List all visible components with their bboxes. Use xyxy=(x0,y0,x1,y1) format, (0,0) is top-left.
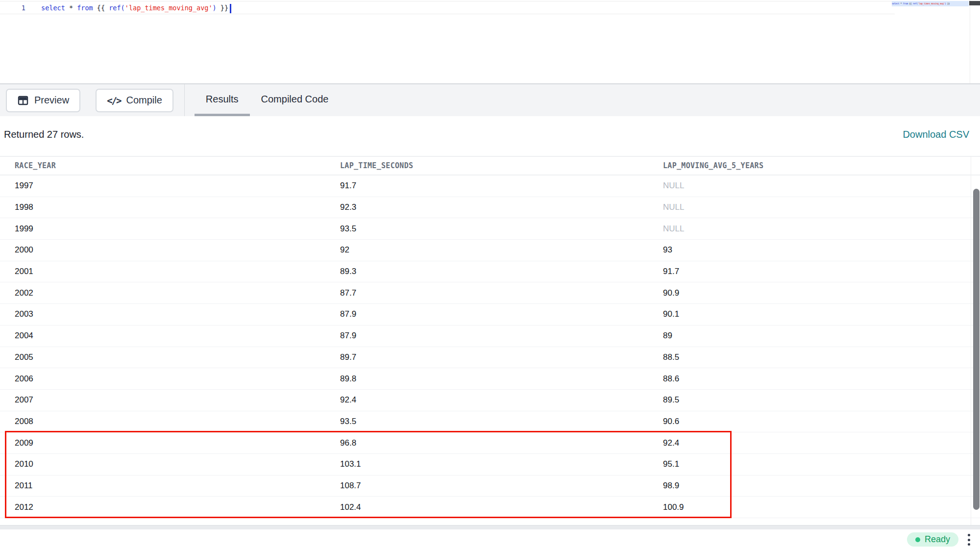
table-row: 2011 108.7 98.9 xyxy=(0,476,980,497)
results-table: RACE_YEAR LAP_TIME_SECONDS LAP_MOVING_AV… xyxy=(0,156,980,518)
ready-status-badge[interactable]: Ready xyxy=(907,532,958,547)
editor-minimap[interactable]: select * from {{ ref('lap_times_moving_a… xyxy=(892,1,969,6)
cell-lap-moving-avg: NULL xyxy=(663,224,980,234)
cell-race-year: 2000 xyxy=(0,245,340,255)
cell-race-year: 2007 xyxy=(0,395,340,405)
editor-right-border xyxy=(970,0,970,83)
cell-lap-moving-avg: 98.9 xyxy=(663,481,980,491)
text-cursor xyxy=(230,4,231,13)
download-csv-link[interactable]: Download CSV xyxy=(903,129,969,140)
cell-lap-time-seconds: 89.3 xyxy=(340,267,663,276)
line-number: 1 xyxy=(0,1,25,14)
table-row: 2007 92.4 89.5 xyxy=(0,390,980,411)
ready-status-label: Ready xyxy=(925,534,950,545)
dbt-ide-screen: 1 select * from {{ ref('lap_times_moving… xyxy=(0,0,980,551)
kebab-dot xyxy=(968,539,970,541)
cell-lap-time-seconds: 108.7 xyxy=(340,481,663,491)
status-bar: Ready xyxy=(0,529,980,551)
preview-button-label: Preview xyxy=(34,95,69,106)
cell-race-year: 2002 xyxy=(0,288,340,298)
cell-race-year: 1997 xyxy=(0,181,340,191)
cell-race-year: 2012 xyxy=(0,502,340,512)
table-row: 2010 103.1 95.1 xyxy=(0,454,980,476)
cell-race-year: 2001 xyxy=(0,267,340,276)
cell-lap-time-seconds: 87.7 xyxy=(340,288,663,298)
cell-race-year: 2009 xyxy=(0,438,340,448)
kebab-dot xyxy=(968,534,970,536)
compile-button[interactable]: </> Compile xyxy=(96,89,173,112)
table-row: 2000 92 93 xyxy=(0,240,980,261)
cell-race-year: 2005 xyxy=(0,352,340,362)
table-row: 2003 87.9 90.1 xyxy=(0,304,980,326)
code-tokens: select * from {{ ref('lap_times_moving_a… xyxy=(41,4,228,12)
tab-compiled-code[interactable]: Compiled Code xyxy=(250,84,340,116)
table-rows: 1997 91.7 NULL 1998 92.3 NULL 1999 93.5 … xyxy=(0,175,980,518)
results-toolbar: Preview </> Compile Results Compiled Cod… xyxy=(0,83,980,116)
column-header-lap-time-seconds: LAP_TIME_SECONDS xyxy=(340,161,663,170)
table-row: 2009 96.8 92.4 xyxy=(0,432,980,454)
tab-results[interactable]: Results xyxy=(195,84,250,116)
code-icon: </> xyxy=(107,95,121,106)
cell-race-year: 2011 xyxy=(0,481,340,491)
cell-race-year: 2004 xyxy=(0,331,340,341)
cell-race-year: 2008 xyxy=(0,417,340,426)
cell-lap-time-seconds: 89.8 xyxy=(340,374,663,384)
cell-lap-time-seconds: 89.7 xyxy=(340,352,663,362)
cell-lap-moving-avg: 91.7 xyxy=(663,267,980,276)
results-tabs: Results Compiled Code xyxy=(195,84,340,116)
cell-lap-moving-avg: NULL xyxy=(663,202,980,212)
compile-button-label: Compile xyxy=(126,95,162,106)
editor-scrollbar-thumb[interactable] xyxy=(969,1,980,5)
cell-lap-time-seconds: 91.7 xyxy=(340,181,663,191)
table-grid-icon xyxy=(17,95,29,106)
cell-race-year: 2010 xyxy=(0,459,340,469)
cell-lap-time-seconds: 96.8 xyxy=(340,438,663,448)
table-row: 2012 102.4 100.9 xyxy=(0,497,980,518)
table-header-row: RACE_YEAR LAP_TIME_SECONDS LAP_MOVING_AV… xyxy=(0,156,980,175)
cell-lap-moving-avg: 90.9 xyxy=(663,288,980,298)
cell-lap-time-seconds: 103.1 xyxy=(340,459,663,469)
cell-race-year: 1999 xyxy=(0,224,340,234)
cell-race-year: 1998 xyxy=(0,202,340,212)
green-dot-icon xyxy=(915,537,920,542)
table-row: 1998 92.3 NULL xyxy=(0,197,980,219)
cell-lap-moving-avg: 92.4 xyxy=(663,438,980,448)
code-line[interactable]: select * from {{ ref('lap_times_moving_a… xyxy=(41,1,231,14)
cell-lap-time-seconds: 87.9 xyxy=(340,309,663,319)
results-meta-row: Returned 27 rows. Download CSV xyxy=(0,116,980,156)
column-header-race-year: RACE_YEAR xyxy=(0,161,340,170)
table-row: 2005 89.7 88.5 xyxy=(0,347,980,369)
cell-lap-moving-avg: 100.9 xyxy=(663,502,980,512)
cell-lap-time-seconds: 93.5 xyxy=(340,224,663,234)
preview-button[interactable]: Preview xyxy=(6,89,80,112)
cell-lap-moving-avg: 90.6 xyxy=(663,417,980,426)
cell-lap-time-seconds: 92.4 xyxy=(340,395,663,405)
sql-editor[interactable]: 1 select * from {{ ref('lap_times_moving… xyxy=(0,0,980,83)
table-row: 2001 89.3 91.7 xyxy=(0,261,980,283)
table-row: 1997 91.7 NULL xyxy=(0,175,980,197)
kebab-dot xyxy=(968,543,970,546)
cell-lap-time-seconds: 93.5 xyxy=(340,417,663,426)
table-scrollbar-track-border xyxy=(971,156,971,525)
cell-lap-moving-avg: 93 xyxy=(663,245,980,255)
table-bottom-strip xyxy=(0,525,980,529)
table-row: 2006 89.8 88.6 xyxy=(0,368,980,390)
cell-lap-time-seconds: 87.9 xyxy=(340,331,663,341)
cell-lap-time-seconds: 102.4 xyxy=(340,502,663,512)
cell-race-year: 2006 xyxy=(0,374,340,384)
table-row: 1999 93.5 NULL xyxy=(0,218,980,240)
cell-lap-moving-avg: 89 xyxy=(663,331,980,341)
cell-lap-time-seconds: 92.3 xyxy=(340,202,663,212)
cell-lap-time-seconds: 92 xyxy=(340,245,663,255)
kebab-menu-button[interactable] xyxy=(962,533,975,547)
cell-lap-moving-avg: 95.1 xyxy=(663,459,980,469)
row-count-text: Returned 27 rows. xyxy=(4,129,84,140)
table-scrollbar-thumb[interactable] xyxy=(973,189,980,510)
table-row: 2008 93.5 90.6 xyxy=(0,411,980,433)
cell-lap-moving-avg: 88.5 xyxy=(663,352,980,362)
table-row: 2004 87.9 89 xyxy=(0,326,980,347)
toolbar-divider xyxy=(184,84,185,116)
cell-lap-moving-avg: 89.5 xyxy=(663,395,980,405)
cell-lap-moving-avg: NULL xyxy=(663,181,980,191)
cell-race-year: 2003 xyxy=(0,309,340,319)
